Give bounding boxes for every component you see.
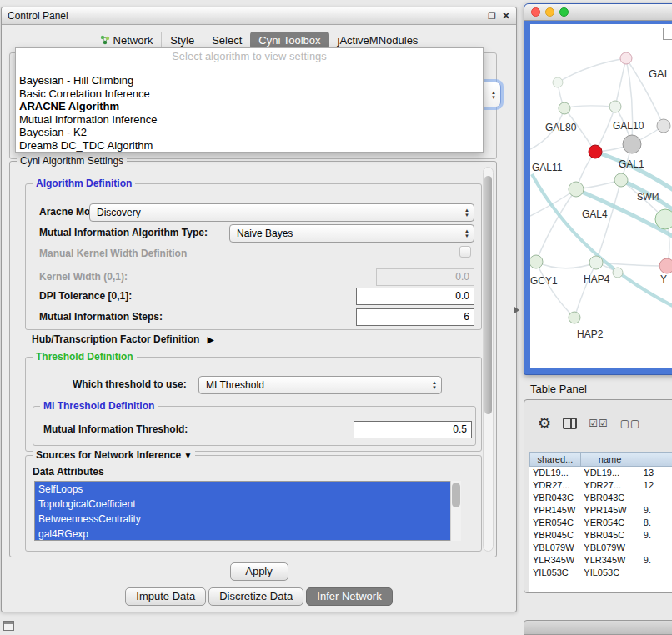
mi-threshold-label: Mutual Information Threshold: — [43, 423, 188, 435]
tab-jactivemnodules[interactable]: jActiveMNodules — [329, 32, 427, 49]
network-view-window: GALGAL80GAL10GAL11GAL1SWI4GAL4GCY1HAP4YH… — [524, 3, 672, 375]
mi-algorithm-type-select[interactable]: Naive Bayes ▲▼ — [229, 224, 474, 242]
manual-kernel-width-checkbox[interactable] — [459, 246, 471, 258]
network-node[interactable] — [559, 102, 570, 114]
which-threshold-select[interactable]: MI Threshold ▲▼ — [198, 376, 442, 394]
gear-icon[interactable]: ⚙ — [538, 414, 551, 432]
control-panel-titlebar[interactable]: Control Panel ❐ ✕ — [2, 8, 516, 25]
settings-scrollbar[interactable] — [483, 167, 494, 552]
column-header[interactable] — [639, 452, 672, 466]
network-node[interactable] — [609, 101, 621, 112]
kernel-width-field[interactable]: 0.0 — [376, 268, 474, 286]
network-node[interactable] — [657, 119, 670, 132]
table-row[interactable]: YBR043CYBR043C — [529, 492, 672, 504]
apply-button[interactable]: Apply — [230, 562, 288, 581]
tab-cyni-toolbox[interactable]: Cyni Toolbox — [250, 32, 328, 49]
dpi-tolerance-field[interactable]: 0.0 — [356, 288, 474, 305]
network-node[interactable] — [589, 256, 603, 269]
hub-definition-expander[interactable]: Hub/Transcription Factor Definition ▶ — [32, 333, 213, 345]
algorithm-option[interactable]: Mutual Information Inference — [16, 113, 483, 127]
algorithm-definition-title: Algorithm Definition — [33, 178, 135, 189]
sources-title[interactable]: Sources for Network Inference ▼ — [33, 449, 195, 461]
scrollbar-thumb[interactable] — [452, 482, 460, 508]
table-row[interactable]: YLR345WYLR345W9. — [529, 554, 672, 567]
aracne-mode-select[interactable]: Discovery ▲▼ — [89, 203, 474, 222]
network-node[interactable] — [530, 255, 543, 268]
mi-steps-field[interactable]: 6 — [356, 308, 474, 326]
canvas-corner-box — [663, 28, 672, 40]
tab-network[interactable]: Network — [92, 32, 162, 49]
algorithm-definition-group: Algorithm Definition Aracne Mode: Discov… — [25, 183, 482, 330]
network-window-titlebar[interactable] — [524, 4, 672, 21]
tab-style[interactable]: Style — [161, 32, 203, 49]
network-node[interactable] — [614, 173, 628, 187]
data-attributes-list[interactable]: SelfLoopsTopologicalCoefficientBetweenne… — [34, 481, 461, 541]
table-row[interactable]: YBR045CYBR045C9. — [529, 529, 672, 542]
dpi-tolerance-label: DPI Tolerance [0,1]: — [39, 290, 132, 302]
table-cell: YDR27... — [529, 479, 580, 492]
network-node[interactable] — [659, 258, 672, 273]
network-node[interactable] — [569, 312, 580, 323]
close-traffic-light-icon[interactable] — [531, 8, 540, 17]
collapsed-panel-bar[interactable] — [524, 620, 672, 635]
table-body[interactable]: YDL19...YDL19...13YDR27...YDR27...12YBR0… — [529, 467, 672, 592]
table-row[interactable]: YER054CYER054C8. — [529, 517, 672, 529]
table-toolbar: ⚙ ☑☑ ▢▢ — [524, 400, 672, 447]
algorithm-option[interactable]: ARACNE Algorithm — [16, 100, 483, 113]
column-header[interactable]: shared... — [530, 452, 581, 466]
bottom-tab-infer-network[interactable]: Infer Network — [306, 588, 392, 606]
tab-select[interactable]: Select — [203, 32, 250, 49]
select-columns-icon[interactable]: ☑☑ — [589, 418, 609, 429]
tab-label: Cyni Toolbox — [258, 34, 320, 47]
combo-arrows-icon: ▲▼ — [491, 90, 496, 100]
columns-icon[interactable] — [563, 418, 577, 429]
attribute-item[interactable]: BetweennessCentrality — [35, 512, 460, 527]
split-pane-handle-icon[interactable] — [514, 307, 519, 313]
table-row[interactable]: YDL19...YDL19...13 — [529, 467, 672, 479]
attribute-item[interactable]: gal4RGexp — [35, 527, 460, 541]
table-cell: 9. — [640, 529, 672, 542]
column-header[interactable]: name — [581, 452, 640, 466]
network-graph[interactable]: GALGAL80GAL10GAL11GAL1SWI4GAL4GCY1HAP4YH… — [530, 24, 672, 368]
table-row[interactable]: YDR27...YDR27...12 — [529, 479, 672, 492]
table-cell: 9. — [640, 504, 672, 517]
table-row[interactable]: YIL053CYIL053C — [529, 567, 672, 579]
deselect-columns-icon[interactable]: ▢▢ — [620, 418, 641, 429]
minimize-traffic-light-icon[interactable] — [545, 8, 554, 17]
network-node[interactable] — [553, 78, 563, 88]
table-row[interactable]: YBL079WYBL079W — [529, 542, 672, 554]
control-panel-title: Control Panel — [8, 10, 68, 22]
network-canvas[interactable]: GALGAL80GAL10GAL11GAL1SWI4GAL4GCY1HAP4YH… — [530, 24, 672, 368]
network-node[interactable] — [589, 145, 602, 158]
table-row[interactable]: YPR145WYPR145W9. — [529, 504, 672, 517]
table-panel-window: ⚙ ☑☑ ▢▢ shared...name YDL19...YDL19...13… — [524, 399, 672, 593]
network-node[interactable] — [655, 209, 672, 229]
algorithm-option[interactable]: Basic Correlation Inference — [16, 88, 483, 101]
attributes-scrollbar[interactable] — [450, 481, 461, 541]
scrollbar-thumb[interactable] — [484, 176, 492, 414]
bottom-tab-impute-data[interactable]: Impute Data — [125, 588, 206, 606]
mi-threshold-definition-title: MI Threshold Definition — [40, 400, 158, 412]
settings-group-title: Cyni Algorithm Settings — [17, 155, 127, 167]
mi-algorithm-type-value: Naive Bayes — [237, 228, 293, 239]
attribute-item[interactable]: TopologicalCoefficient — [35, 497, 460, 512]
cyni-algorithm-settings-group: Cyni Algorithm Settings Algorithm Defini… — [9, 161, 497, 558]
network-node[interactable] — [613, 268, 623, 278]
network-node[interactable] — [569, 182, 584, 197]
mi-threshold-field[interactable]: 0.5 — [354, 421, 472, 438]
zoom-traffic-light-icon[interactable] — [559, 8, 569, 17]
network-node[interactable] — [623, 135, 641, 153]
algorithm-option[interactable]: Bayesian - Hill Climbing — [16, 74, 483, 88]
float-window-icon[interactable]: ❐ — [488, 11, 496, 22]
table-cell: YBR045C — [529, 529, 580, 542]
attribute-item[interactable]: SelfLoops — [35, 482, 460, 497]
algorithm-option[interactable]: Bayesian - K2 — [16, 126, 483, 139]
network-node-label: GCY1 — [530, 275, 558, 287]
restore-panel-icon[interactable] — [3, 621, 14, 631]
mi-threshold-definition-group: MI Threshold Definition Mutual Informati… — [33, 406, 476, 446]
network-node[interactable] — [620, 52, 632, 64]
algorithm-option[interactable]: Dream8 DC_TDC Algorithm — [16, 139, 483, 152]
close-icon[interactable]: ✕ — [502, 10, 510, 22]
table-cell: YER054C — [529, 517, 580, 529]
bottom-tab-discretize-data[interactable]: Discretize Data — [208, 588, 303, 606]
